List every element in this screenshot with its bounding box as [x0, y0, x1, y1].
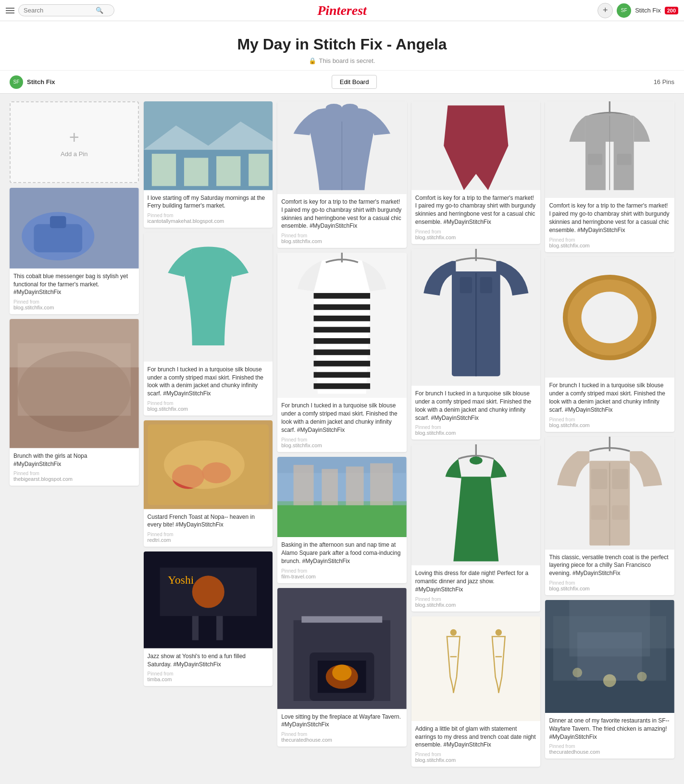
pin-desc: For brunch I tucked in a turquoise silk …: [148, 366, 269, 398]
svg-point-30: [342, 104, 358, 112]
pin-source-label: Pinned from: [281, 732, 403, 737]
pin-card[interactable]: Comfort is key for a trip to the farmer'…: [545, 101, 674, 252]
pin-card[interactable]: Comfort is key for a trip to the farmer'…: [277, 101, 407, 248]
search-input[interactable]: [24, 7, 96, 14]
pin-card[interactable]: For brunch I tucked in a turquoise silk …: [144, 233, 273, 416]
pin-desc: Love sitting by the fireplace at Wayfare…: [281, 713, 403, 729]
add-button[interactable]: +: [597, 3, 613, 18]
board-title: My Day in Stitch Fix - Angela: [10, 36, 674, 53]
pin-desc: Adding a little bit of glam with stateme…: [415, 725, 537, 749]
pin-source-label: Pinned from: [13, 299, 135, 305]
pin-card[interactable]: For brunch I tucked in a turquoise silk …: [545, 257, 674, 432]
svg-text:Yoshi: Yoshi: [168, 574, 194, 586]
pin-desc: Basking in the afternoon sun and nap tim…: [281, 541, 403, 565]
pin-card[interactable]: For brunch I tucked in a turquoise silk …: [277, 253, 407, 452]
pin-card[interactable]: Yoshi Jazz show at Yoshi's to end a fun …: [144, 551, 273, 686]
pin-image: [545, 101, 674, 198]
pin-source-label: Pinned from: [148, 213, 269, 218]
pin-source-label: Pinned from: [281, 233, 403, 238]
pin-image: Yoshi: [144, 551, 273, 648]
pin-column-1: I love starting off my Saturday mornings…: [144, 101, 273, 686]
pin-desc: I love starting off my Saturday mornings…: [148, 194, 269, 210]
pin-desc: For brunch I tucked in a turquoise silk …: [549, 381, 671, 414]
pin-card[interactable]: Custard French Toast at Nopa-- heaven in…: [144, 420, 273, 547]
logo[interactable]: Pinterest: [317, 3, 367, 18]
pin-desc: Brunch with the girls at Nopa #MyDayinSt…: [13, 452, 135, 468]
user-name[interactable]: Stitch Fix: [635, 7, 660, 14]
pin-source: blog.stitchfix.com: [415, 757, 537, 763]
pin-card[interactable]: This classic, versatile trench coat is t…: [545, 437, 674, 595]
svg-rect-92: [578, 632, 642, 681]
menu-icon[interactable]: [6, 8, 14, 13]
pin-card[interactable]: For brunch I tucked in a turquoise silk …: [411, 249, 541, 440]
add-pin-plus: +: [69, 127, 79, 147]
footer: P: [0, 774, 684, 784]
pin-card[interactable]: This cobalt blue messenger bag is stylis…: [10, 188, 139, 314]
edit-board-button[interactable]: Edit Board: [332, 75, 377, 89]
board-toolbar: SF Stitch Fix Edit Board 16 Pins: [0, 71, 684, 94]
search-bar[interactable]: 🔍: [18, 4, 114, 16]
pin-image: [144, 101, 273, 190]
svg-rect-40: [314, 383, 371, 389]
svg-rect-35: [314, 327, 371, 333]
pin-source: blog.stitchfix.com: [281, 442, 403, 448]
pin-card[interactable]: Comfort is key for a trip to the farmer'…: [411, 101, 541, 244]
board-owner-name: Stitch Fix: [27, 78, 55, 86]
pin-source: blog.stitchfix.com: [415, 430, 537, 436]
pin-image: [277, 457, 407, 538]
pin-source: blog.stitchfix.com: [549, 586, 671, 591]
pin-card[interactable]: Loving this dress for date night! Perfec…: [411, 444, 541, 611]
pin-card[interactable]: Love sitting by the fireplace at Wayfare…: [277, 588, 407, 747]
svg-point-78: [582, 292, 638, 343]
main-content: + Add a Pin This cobalt blue messenger b…: [0, 94, 684, 774]
pin-desc: This cobalt blue messenger bag is stylis…: [13, 272, 135, 296]
pin-image: [545, 257, 674, 378]
svg-point-67: [450, 629, 456, 635]
svg-point-23: [192, 576, 224, 608]
svg-rect-25: [216, 616, 223, 640]
add-pin-card[interactable]: + Add a Pin: [10, 101, 139, 183]
pin-image: [411, 616, 541, 721]
pin-desc: Custard French Toast at Nopa-- heaven in…: [148, 513, 269, 529]
svg-rect-32: [314, 293, 371, 299]
pin-card[interactable]: Adding a little bit of glam with stateme…: [411, 616, 541, 767]
svg-rect-75: [617, 154, 632, 165]
svg-point-20: [164, 441, 245, 489]
pin-desc: Dinner at one of my favorite restaurants…: [549, 717, 671, 741]
svg-rect-38: [314, 361, 371, 367]
pin-source-label: Pinned from: [549, 417, 671, 422]
svg-rect-66: [411, 616, 541, 721]
svg-rect-87: [612, 505, 629, 519]
pin-source: blog.stitchfix.com: [281, 238, 403, 244]
pin-image: [277, 588, 407, 709]
pin-source-label: Pinned from: [415, 229, 537, 234]
pin-source-label: Pinned from: [415, 597, 537, 602]
pin-card[interactable]: Brunch with the girls at Nopa #MyDayinSt…: [10, 319, 139, 486]
pin-source: blog.stitchfix.com: [415, 234, 537, 240]
svg-rect-11: [151, 154, 175, 186]
pin-desc: Jazz show at Yoshi's to end a fun filled…: [148, 652, 269, 669]
pin-image: [144, 420, 273, 509]
svg-rect-24: [192, 616, 198, 640]
pin-image: [411, 444, 541, 565]
pin-card[interactable]: I love starting off my Saturday mornings…: [144, 101, 273, 228]
svg-rect-86: [591, 505, 608, 519]
pin-source-label: Pinned from: [549, 580, 671, 586]
pins-grid: + Add a Pin This cobalt blue messenger b…: [10, 101, 674, 767]
svg-point-94: [572, 668, 582, 677]
pin-desc: Comfort is key for a trip to the farmer'…: [549, 202, 671, 234]
notification-badge[interactable]: 200: [665, 7, 678, 14]
board-secret: 🔒 This board is secret.: [10, 57, 674, 64]
pin-source-label: Pinned from: [549, 237, 671, 243]
pin-source: thecuratedhouse.com: [281, 737, 403, 743]
pin-card[interactable]: Basking in the afternoon sun and nap tim…: [277, 457, 407, 583]
pin-column-4: Comfort is key for a trip to the farmer'…: [545, 101, 674, 759]
svg-rect-3: [50, 216, 66, 228]
svg-rect-14: [249, 154, 269, 186]
svg-point-69: [495, 629, 501, 635]
pin-source-label: Pinned from: [415, 752, 537, 757]
svg-rect-37: [314, 350, 371, 355]
svg-rect-39: [314, 372, 371, 378]
pin-card[interactable]: Dinner at one of my favorite restaurants…: [545, 600, 674, 759]
board-user: SF Stitch Fix: [10, 75, 55, 89]
